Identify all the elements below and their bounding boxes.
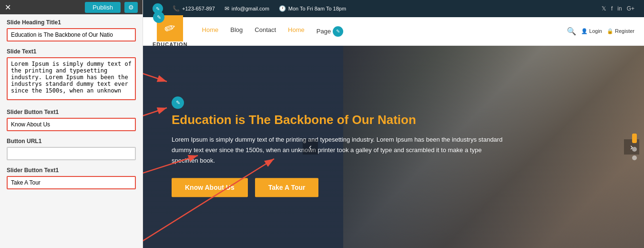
slider-prev-button[interactable]: ‹ [303, 139, 318, 155]
slide-text-label: Slide Text1 [7, 48, 136, 55]
left-panel: ✕ Publish ⚙ Slide Heading Title1 Slide T… [0, 0, 143, 248]
slider-next-button[interactable]: › [624, 139, 639, 155]
settings-button[interactable]: ⚙ [124, 2, 138, 13]
logo-edit-icon[interactable]: ✎ [153, 11, 164, 23]
btn1-label: Slider Button Text1 [7, 109, 136, 115]
url-input[interactable] [7, 147, 136, 160]
slide-heading-label: Slide Heading Title1 [7, 19, 136, 26]
slide-text-group: Slide Text1 Lorem Ipsum is simply dummy … [7, 48, 136, 102]
hero-edit-icon[interactable]: ✎ [172, 96, 184, 109]
email-address: info@gmail.com [232, 6, 269, 11]
dot-1[interactable] [632, 134, 637, 143]
btn1-input[interactable] [7, 118, 136, 131]
take-a-tour-button[interactable]: Take A Tour [255, 178, 319, 197]
hero-content: ✎ Education is The Backbone of Our Natio… [172, 96, 505, 197]
url-group: Button URL1 [7, 138, 136, 160]
login-button[interactable]: 👤 Login [581, 28, 602, 34]
user-icon: 👤 [581, 28, 588, 34]
know-about-us-button[interactable]: Know About Us [172, 178, 248, 197]
hours-text: Mon To Fri 8am To 18pm [288, 6, 346, 11]
slide-heading-input[interactable] [7, 28, 136, 41]
phone-number: +123-657-897 [182, 6, 215, 11]
btn2-input[interactable] [7, 176, 136, 189]
close-button[interactable]: ✕ [5, 3, 11, 12]
nav-page-edit-icon[interactable]: ✎ [333, 26, 343, 37]
twitter-icon[interactable]: 𝕏 [602, 5, 606, 12]
email-icon: ✉ [225, 5, 229, 12]
dot-3[interactable] [632, 155, 637, 160]
logo-area: ✎ ✏ EDUCATION [153, 15, 188, 47]
hero-slider: ✎ Education is The Backbone of Our Natio… [143, 46, 644, 248]
main-area: ✎ 📞 +123-657-897 ✉ info@gmail.com 🕐 Mon … [143, 0, 644, 248]
nav-right: 🔍 👤 Login 🔒 Register [567, 27, 634, 36]
nav-blog[interactable]: Blog [230, 26, 243, 37]
btn1-group: Slider Button Text1 [7, 109, 136, 131]
slide-heading-group: Slide Heading Title1 [7, 19, 136, 41]
btn2-group: Slider Button Text1 [7, 167, 136, 189]
nav-home2[interactable]: Home [288, 26, 305, 37]
panel-content: Slide Heading Title1 Slide Text1 Lorem I… [0, 14, 143, 248]
search-icon[interactable]: 🔍 [567, 27, 576, 36]
logo-icon-wrap: ✎ ✏ [157, 15, 183, 41]
nav-home[interactable]: Home [202, 26, 219, 37]
btn2-label: Slider Button Text1 [7, 167, 136, 174]
hero-buttons: Know About Us Take A Tour [172, 178, 505, 197]
facebook-icon[interactable]: f [611, 5, 613, 12]
slide-text-input[interactable]: Lorem Ipsum is simply dummy text of the … [7, 57, 136, 100]
url-label: Button URL1 [7, 138, 136, 145]
hero-title: Education is The Backbone of Our Nation [172, 113, 505, 127]
dot-2[interactable] [632, 147, 637, 152]
email-item: ✉ info@gmail.com [225, 5, 269, 12]
googleplus-icon[interactable]: G+ [627, 5, 634, 12]
social-icons: 𝕏 f in G+ [602, 5, 634, 12]
hours-item: 🕐 Mon To Fri 8am To 18pm [279, 5, 346, 12]
phone-icon: 📞 [173, 5, 180, 12]
hero-text: Lorem Ipsum is simply dummy text of the … [172, 134, 505, 166]
site-navbar: ✎ ✏ EDUCATION Home Blog Contact Home Pag… [143, 17, 644, 46]
site-topbar: ✎ 📞 +123-657-897 ✉ info@gmail.com 🕐 Mon … [143, 0, 644, 17]
top-bar: ✕ Publish ⚙ [0, 0, 143, 14]
publish-button[interactable]: Publish [85, 2, 121, 13]
nav-contact[interactable]: Contact [255, 26, 276, 37]
nav-links: Home Blog Contact Home Page ✎ [202, 26, 567, 37]
linkedin-icon[interactable]: in [617, 5, 622, 12]
nav-page[interactable]: Page ✎ [317, 26, 343, 37]
lock-icon: 🔒 [607, 28, 613, 34]
clock-icon: 🕐 [279, 5, 286, 12]
slider-dots [632, 134, 637, 160]
logo-pencil-icon: ✏ [162, 19, 178, 38]
phone-item: 📞 +123-657-897 [173, 5, 215, 12]
register-button[interactable]: 🔒 Register [607, 28, 634, 34]
